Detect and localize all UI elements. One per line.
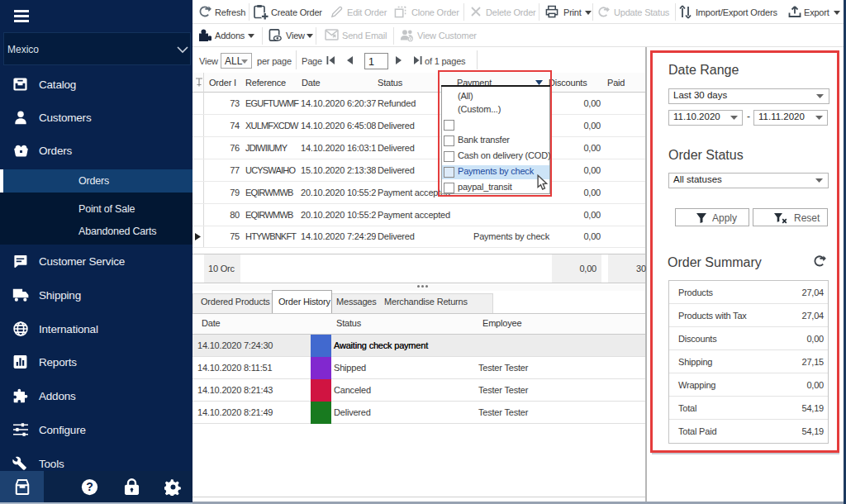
svg-text:?: ? bbox=[86, 480, 93, 493]
